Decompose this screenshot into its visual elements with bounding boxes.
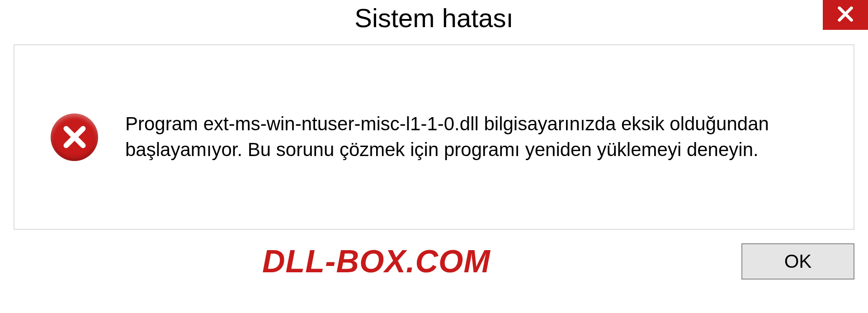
error-icon xyxy=(51,114,98,161)
dialog-title: Sistem hatası xyxy=(0,0,868,33)
dialog-message: Program ext-ms-win-ntuser-misc-l1-1-0.dl… xyxy=(125,111,831,162)
titlebar: Sistem hatası xyxy=(0,0,868,40)
close-button[interactable] xyxy=(823,0,868,30)
dialog-footer: DLL-BOX.COM OK xyxy=(0,239,868,284)
watermark-text: DLL-BOX.COM xyxy=(14,243,491,280)
close-icon xyxy=(836,5,854,25)
dialog-content: Program ext-ms-win-ntuser-misc-l1-1-0.dl… xyxy=(14,44,854,230)
ok-button[interactable]: OK xyxy=(741,243,854,280)
